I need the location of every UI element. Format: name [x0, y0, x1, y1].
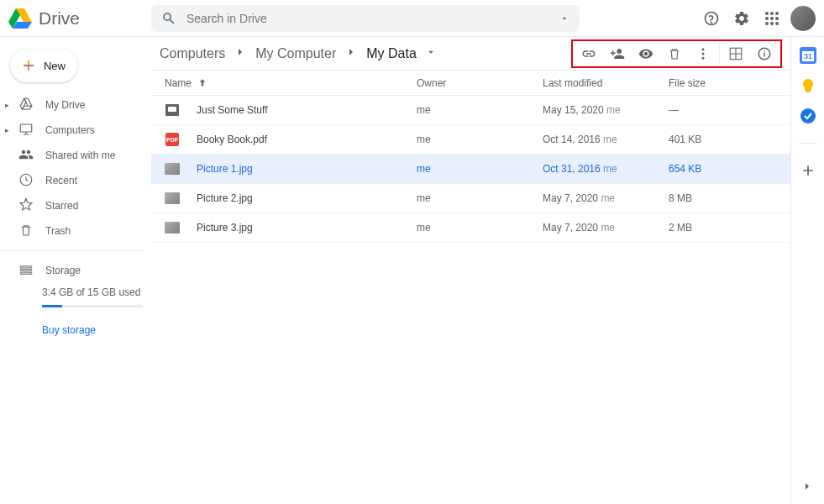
help-icon[interactable] — [696, 3, 727, 34]
svg-point-22 — [800, 108, 816, 123]
image-icon — [165, 220, 180, 235]
sidebar-item-label: Starred — [45, 200, 78, 212]
grid-view-icon[interactable] — [722, 41, 750, 66]
search-bar[interactable] — [151, 5, 580, 32]
sidebar-item-people[interactable]: Shared with me — [0, 143, 151, 168]
file-row[interactable]: Picture 1.jpgmeOct 31, 2016 me654 KB — [151, 155, 790, 184]
svg-point-15 — [702, 56, 705, 59]
keep-app-icon[interactable] — [800, 77, 816, 94]
sidebar-item-clock[interactable]: Recent — [0, 168, 151, 193]
details-icon[interactable] — [750, 41, 779, 66]
col-owner[interactable]: Owner — [417, 77, 543, 89]
file-owner: me — [417, 104, 543, 116]
calendar-app-icon[interactable]: 31 — [800, 47, 816, 64]
breadcrumb-item[interactable]: My Data — [366, 46, 417, 61]
preview-icon[interactable] — [632, 41, 660, 66]
file-name: Booky Book.pdf — [197, 134, 267, 145]
sidebar-item-label: My Drive — [45, 99, 85, 111]
file-owner: me — [417, 163, 543, 175]
buy-storage-link[interactable]: Buy storage — [0, 324, 151, 336]
delete-icon[interactable] — [660, 41, 689, 66]
breadcrumbs: ComputersMy ComputerMy Data — [160, 45, 437, 62]
tasks-app-icon[interactable] — [800, 108, 816, 124]
new-button-label: New — [44, 60, 66, 72]
sidebar-item-label: Recent — [45, 175, 77, 186]
col-modified[interactable]: Last modified — [543, 77, 669, 89]
file-name: Picture 1.jpg — [197, 163, 253, 175]
product-name: Drive — [39, 8, 80, 29]
header: Drive — [0, 0, 824, 37]
drive-logo-icon — [8, 8, 32, 29]
sidebar-item-star[interactable]: Starred — [0, 193, 151, 218]
col-size[interactable]: File size — [669, 77, 777, 89]
svg-point-7 — [775, 17, 779, 20]
settings-icon[interactable] — [727, 3, 757, 34]
logo[interactable]: Drive — [8, 8, 151, 29]
file-modified: May 7, 2020 me — [543, 192, 669, 204]
col-name[interactable]: Name — [165, 77, 417, 89]
svg-point-5 — [765, 17, 769, 20]
search-dropdown-icon[interactable] — [559, 13, 569, 24]
user-avatar[interactable] — [790, 6, 816, 31]
sidebar-item-label: Shared with me — [45, 150, 115, 161]
collapse-panel-icon[interactable] — [800, 480, 814, 496]
clock-icon — [18, 172, 34, 190]
image-icon — [165, 161, 180, 176]
file-modified: Oct 31, 2016 me — [543, 163, 669, 175]
svg-point-13 — [702, 48, 705, 50]
sidebar: New ▸My Drive▸ComputersShared with meRec… — [0, 37, 151, 504]
svg-point-4 — [775, 12, 779, 15]
sidebar-item-drive[interactable]: ▸My Drive — [0, 92, 151, 118]
content-area: ComputersMy ComputerMy Data Name Owner L… — [151, 37, 790, 504]
svg-text:31: 31 — [803, 52, 811, 60]
plus-icon — [22, 57, 35, 74]
svg-point-9 — [770, 22, 774, 25]
file-owner: me — [417, 134, 543, 145]
share-icon[interactable] — [603, 41, 632, 66]
file-modified: Oct 14, 2016 me — [543, 134, 669, 145]
pdf-icon: PDF — [165, 132, 180, 147]
file-size: 8 MB — [669, 192, 777, 204]
new-button[interactable]: New — [10, 49, 77, 82]
apps-icon[interactable] — [757, 3, 787, 34]
file-name: Picture 3.jpg — [197, 222, 253, 234]
trash-icon — [18, 223, 34, 240]
svg-point-3 — [770, 12, 774, 15]
search-icon — [161, 11, 176, 26]
svg-rect-21 — [806, 90, 811, 92]
svg-point-6 — [770, 17, 774, 20]
people-icon — [18, 147, 34, 165]
chevron-right-icon — [344, 45, 358, 62]
sidebar-item-label: Trash — [45, 225, 71, 237]
toolbar-actions — [571, 39, 782, 68]
drive-icon — [18, 97, 34, 114]
file-row[interactable]: Just Some StuffmeMay 15, 2020 me— — [151, 96, 790, 125]
file-size: 654 KB — [669, 163, 777, 175]
search-input[interactable] — [186, 12, 549, 25]
sidebar-item-storage[interactable]: Storage — [0, 258, 151, 283]
dropdown-icon[interactable] — [425, 46, 437, 61]
right-panel: 31 — [790, 37, 824, 504]
breadcrumb-item[interactable]: My Computer — [255, 46, 336, 61]
star-icon — [18, 197, 34, 215]
file-modified: May 15, 2020 me — [543, 104, 669, 116]
chevron-right-icon — [234, 45, 247, 62]
sidebar-item-trash[interactable]: Trash — [0, 218, 151, 244]
folder-icon — [165, 102, 180, 118]
more-icon[interactable] — [689, 41, 717, 66]
get-link-icon[interactable] — [575, 41, 603, 66]
breadcrumb-item[interactable]: Computers — [160, 46, 225, 61]
file-row[interactable]: Picture 3.jpgmeMay 7, 2020 me2 MB — [151, 213, 790, 243]
image-icon — [165, 191, 180, 206]
svg-point-2 — [765, 12, 769, 15]
svg-point-1 — [711, 22, 712, 23]
sidebar-item-computer[interactable]: ▸Computers — [0, 118, 151, 143]
file-size: 401 KB — [669, 134, 777, 145]
file-row[interactable]: Picture 2.jpgmeMay 7, 2020 me8 MB — [151, 184, 790, 213]
file-size: — — [669, 104, 777, 116]
computer-icon — [18, 122, 34, 139]
addons-plus-icon[interactable] — [800, 162, 816, 179]
file-modified: May 7, 2020 me — [543, 222, 669, 234]
file-row[interactable]: PDFBooky Book.pdfmeOct 14, 2016 me401 KB — [151, 125, 790, 155]
column-headers: Name Owner Last modified File size — [151, 71, 790, 96]
